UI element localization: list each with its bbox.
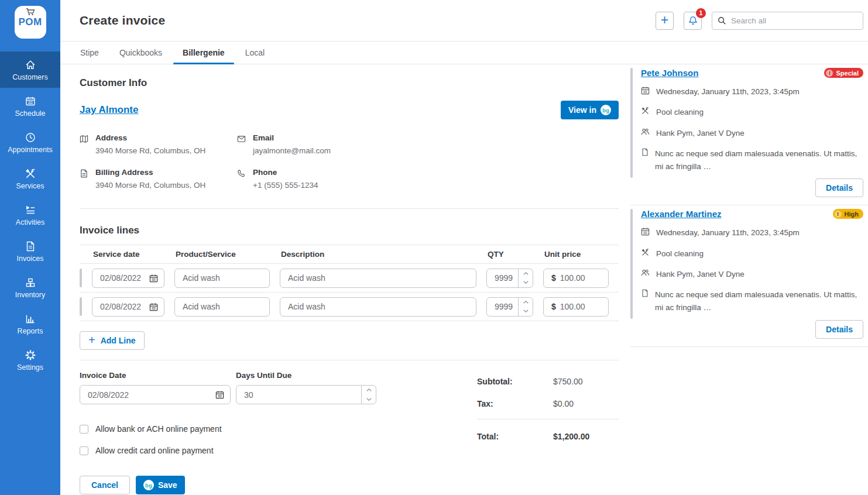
stepper-up-icon[interactable] [519,298,533,307]
qty-input[interactable]: 9999 [486,297,533,317]
tab-billergenie[interactable]: Billergenie [173,42,234,64]
description-input[interactable]: Acid wash [280,297,476,317]
drag-handle[interactable] [80,297,82,316]
total-value: $1,200.00 [553,432,589,441]
billing-document-icon [80,168,89,190]
days-until-due-group: Days Until Due 30 [236,371,376,404]
calendar-icon[interactable] [215,390,224,399]
days-until-due-input[interactable]: 30 [236,385,376,404]
alert-icon: ! [826,70,833,77]
invoice-date-label: Invoice Date [80,371,231,380]
pom-app-logo: POM [15,6,46,39]
sidebar-item-label: Schedule [15,109,45,118]
billing-address-field: Billing Address 3940 Morse Rd, Columbus,… [80,168,237,190]
tab-local[interactable]: Local [236,42,274,64]
calendar-icon [25,95,36,108]
calendar-icon[interactable] [149,302,158,311]
bell-icon [688,16,698,25]
stepper-down-icon[interactable] [519,307,533,316]
subtotal-row: Subtotal: $750.00 [477,377,619,386]
section-divider [80,360,619,360]
sidebar-item-schedule[interactable]: Schedule [0,88,60,124]
calendar-icon[interactable] [149,274,158,283]
sidebar-item-inventory[interactable]: Inventory [0,269,60,305]
sidebar-item-label: Invoices [17,255,44,263]
sidebar-item-customers[interactable]: Customers [0,51,60,88]
details-button[interactable]: Details [815,178,863,197]
boxes-icon [25,276,36,289]
add-line-button[interactable]: + Add Line [80,331,145,350]
customer-name-link[interactable]: Alexander Martinez [641,209,722,219]
stepper-down-icon[interactable] [362,395,376,404]
stepper-up-icon[interactable] [362,386,376,395]
people-icon [641,127,650,140]
customer-name-link[interactable]: Pete Johnson [641,68,698,78]
product-service-input[interactable]: Acid wash [174,297,270,317]
currency-symbol: $ [551,302,556,311]
qty-input[interactable]: 9999 [486,269,533,288]
plus-icon: + [661,13,668,27]
invoice-line-row: 02/08/2022 Acid wash Acid wash 9999 [80,293,619,321]
sidebar-item-activities[interactable]: Activities [0,197,60,233]
allow-credit-card-payment-option[interactable]: Allow credit card online payment [80,446,477,455]
sidebar-item-reports[interactable]: Reports [0,305,60,342]
sidebar-item-appointments[interactable]: Appointments [0,124,60,160]
unit-price-input[interactable]: $ 100.00 [543,297,609,317]
description-input[interactable]: Acid wash [280,269,476,288]
sidebar-item-settings[interactable]: Settings [0,342,60,378]
sidebar-item-label: Inventory [15,291,45,299]
map-icon [80,133,89,155]
view-in-button[interactable]: View in bg [561,101,619,119]
appointment-card: Pete Johnson ! Special Wednesday, Januar… [630,64,868,205]
email-field: Email jayalmonte@mail.com [237,133,619,155]
save-button[interactable]: bg Save [136,476,185,494]
unit-price-input[interactable]: $ 100.00 [543,269,609,288]
notification-badge: 1 [696,8,706,18]
sidebar-item-label: Services [16,182,44,190]
drag-handle[interactable] [80,269,82,287]
sidebar-item-services[interactable]: Services [0,160,60,197]
create-new-button[interactable]: + [656,12,674,30]
customer-name-link[interactable]: Jay Almonte [80,104,138,116]
checkbox[interactable] [80,446,88,455]
invoice-form: Customer Info Jay Almonte View in bg [60,64,630,495]
tab-stipe[interactable]: Stipe [71,42,108,64]
product-service-input[interactable]: Acid wash [174,269,270,288]
days-until-due-label: Days Until Due [236,371,376,380]
section-divider [80,208,619,209]
customer-info-heading: Customer Info [80,77,619,89]
column-header: Unit price [543,250,609,259]
service-date-input[interactable]: 02/08/2022 [92,297,164,317]
stepper-up-icon[interactable] [519,269,533,279]
sidebar-item-invoices[interactable]: Invoices [0,233,60,269]
checkbox[interactable] [80,425,88,434]
appointment-note: Nunc ac neque sed diam malesuada venenat… [641,147,863,174]
sidebar-item-label: Customers [12,73,47,81]
bg-logo-icon: bg [601,105,611,115]
totals-divider [477,419,619,420]
qty-stepper [518,298,533,316]
notifications-button[interactable]: 1 [684,12,702,30]
search-input[interactable] [731,16,857,25]
panel-scrollbar-thumb[interactable] [630,68,633,178]
gear-icon [25,349,36,362]
total-row: Total: $1,200.00 [477,432,619,441]
allow-ach-payment-option[interactable]: Allow bank or ACH online payment [80,424,477,434]
cancel-button[interactable]: Cancel [80,476,130,494]
envelope-icon [237,133,246,155]
logo-text: POM [18,16,42,28]
plus-icon: + [88,334,95,346]
tab-quickbooks[interactable]: Quickbooks [110,42,171,64]
tools-icon [641,106,650,119]
search-box[interactable] [712,12,863,30]
service-date-input[interactable]: 02/08/2022 [92,269,164,288]
calendar-icon [641,226,650,239]
sidebar-item-label: Activities [16,218,44,226]
details-button[interactable]: Details [815,320,863,339]
invoice-date-input[interactable]: 02/08/2022 [80,385,231,404]
priority-badge: ! High [833,209,863,219]
clock-icon [25,131,36,144]
panel-scrollbar-thumb[interactable] [630,209,633,319]
stepper-down-icon[interactable] [519,278,533,287]
note-icon [641,147,649,174]
